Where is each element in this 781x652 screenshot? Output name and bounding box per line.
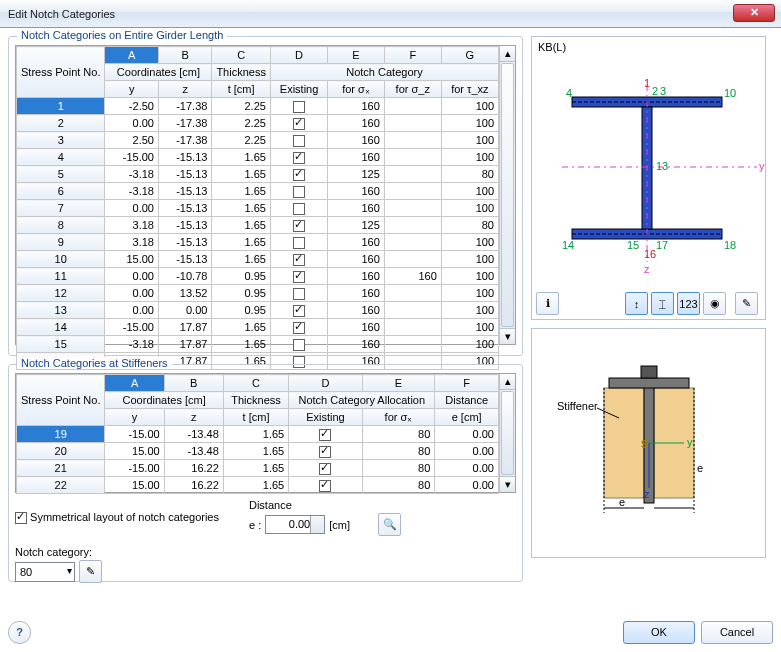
svg-text:18: 18 [724, 239, 736, 251]
svg-text:e: e [697, 462, 703, 474]
distance-label: Distance [249, 499, 404, 511]
table-row[interactable]: 8 [17, 217, 105, 234]
table-row[interactable]: 13 [17, 302, 105, 319]
table-row[interactable]: 6 [17, 183, 105, 200]
info-button[interactable]: ℹ [536, 292, 559, 315]
grid2-scrollbar[interactable]: ▴▾ [499, 374, 515, 492]
grid1-scrollbar[interactable]: ▴▾ [499, 46, 515, 344]
table-row[interactable]: 7 [17, 200, 105, 217]
svg-text:13: 13 [656, 160, 668, 172]
existing-checkbox[interactable] [293, 135, 305, 147]
existing-checkbox[interactable] [293, 322, 305, 334]
svg-text:Stiffener: Stiffener [557, 400, 598, 412]
svg-rect-20 [604, 388, 644, 498]
group2-title: Notch Categories at Stiffeners [17, 357, 172, 369]
table-row[interactable]: 2 [17, 115, 105, 132]
window-title: Edit Notch Categories [8, 8, 115, 20]
svg-text:15: 15 [627, 239, 639, 251]
existing-checkbox[interactable] [293, 203, 305, 215]
table-row[interactable]: 11 [17, 268, 105, 285]
stiffener-table[interactable]: Stress Point No. ABCDEF Coordinates [cm]… [16, 374, 499, 494]
ok-button[interactable]: OK [623, 621, 695, 644]
svg-text:y: y [759, 160, 765, 172]
existing-checkbox[interactable] [293, 271, 305, 283]
existing-checkbox[interactable] [293, 169, 305, 181]
axes-button[interactable]: ↕ [625, 292, 648, 315]
girder-table[interactable]: Stress Point No. ABCDEFG Coordinates [cm… [16, 46, 499, 370]
svg-rect-24 [641, 366, 657, 378]
close-button[interactable]: ✕ [733, 4, 775, 22]
cancel-button[interactable]: Cancel [701, 621, 773, 644]
table-row[interactable]: 1 [17, 98, 105, 115]
svg-text:3: 3 [660, 85, 666, 97]
table-row[interactable]: 22 [17, 477, 105, 494]
svg-rect-23 [609, 378, 689, 388]
stiffener-diagram: Stiffener S y z e e [531, 328, 766, 558]
existing-checkbox[interactable] [319, 480, 331, 492]
help-button[interactable]: ? [8, 621, 31, 644]
notch-category-select[interactable]: 80 [15, 562, 75, 582]
existing-checkbox[interactable] [293, 220, 305, 232]
symmetrical-checkbox[interactable]: Symmetrical layout of notch categories [15, 511, 219, 524]
svg-text:16: 16 [644, 248, 656, 260]
svg-text:S: S [641, 438, 648, 450]
table-row[interactable]: 15 [17, 336, 105, 353]
existing-checkbox[interactable] [293, 288, 305, 300]
svg-text:14: 14 [562, 239, 574, 251]
svg-text:z: z [644, 263, 650, 275]
table-row[interactable]: 10 [17, 251, 105, 268]
existing-checkbox[interactable] [319, 429, 331, 441]
table-row[interactable]: 21 [17, 460, 105, 477]
distance-input[interactable]: 0.00 [265, 515, 325, 534]
edit-button[interactable]: ✎ [735, 292, 758, 315]
group1-title: Notch Categories on Entire Girder Length [17, 29, 227, 41]
section-preview: KB(L) y z 1 2 3 4 10 13 14 15 16 1 [531, 36, 766, 320]
table-row[interactable]: 14 [17, 319, 105, 336]
table-row[interactable]: 19 [17, 426, 105, 443]
svg-text:1: 1 [644, 77, 650, 89]
values-button[interactable]: 123 [677, 292, 700, 315]
existing-checkbox[interactable] [293, 254, 305, 266]
svg-text:4: 4 [566, 87, 572, 99]
section-button[interactable]: ⌶ [651, 292, 674, 315]
existing-checkbox[interactable] [293, 101, 305, 113]
pick-category-button[interactable]: ✎ [79, 560, 102, 583]
svg-text:2: 2 [652, 85, 658, 97]
table-row[interactable]: 4 [17, 149, 105, 166]
svg-text:y: y [687, 436, 693, 448]
table-row[interactable]: 5 [17, 166, 105, 183]
existing-checkbox[interactable] [293, 152, 305, 164]
table-row[interactable]: 3 [17, 132, 105, 149]
pick-distance-button[interactable]: 🔍 [378, 513, 401, 536]
existing-checkbox[interactable] [319, 446, 331, 458]
table-row[interactable]: 9 [17, 234, 105, 251]
existing-checkbox[interactable] [293, 118, 305, 130]
svg-text:17: 17 [656, 239, 668, 251]
existing-checkbox[interactable] [293, 339, 305, 351]
svg-text:e: e [619, 496, 625, 508]
titlebar: Edit Notch Categories ✕ [0, 0, 781, 28]
existing-checkbox[interactable] [293, 186, 305, 198]
table-row[interactable]: 20 [17, 443, 105, 460]
show-button[interactable]: ◉ [703, 292, 726, 315]
svg-text:10: 10 [724, 87, 736, 99]
existing-checkbox[interactable] [293, 305, 305, 317]
notch-category-label: Notch category: [15, 546, 516, 558]
table-row[interactable]: 12 [17, 285, 105, 302]
svg-text:z: z [644, 488, 650, 500]
existing-checkbox[interactable] [293, 237, 305, 249]
existing-checkbox[interactable] [319, 463, 331, 475]
